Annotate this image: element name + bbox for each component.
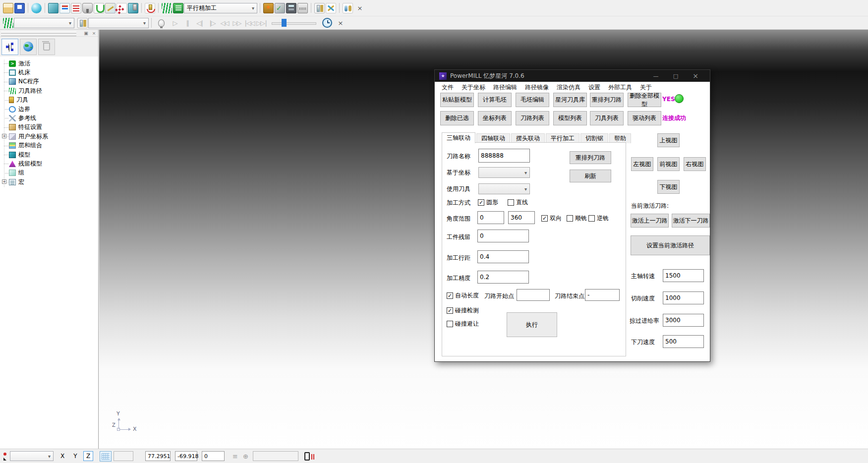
calc-stock-button[interactable]: 计算毛坯 [478,93,512,107]
angle-from-input[interactable] [477,211,504,224]
expand-icon[interactable]: + [2,179,6,184]
points-icon[interactable] [116,3,127,13]
plunge-speed-input[interactable] [663,335,704,348]
coordinate-z-field[interactable]: 0 [202,451,225,461]
end-point-input[interactable] [585,289,620,301]
cutting-speed-input[interactable] [663,291,704,304]
both-direction-checkbox[interactable]: ✓双向 [541,214,562,223]
xyz-list-icon[interactable]: ≡ [232,453,238,460]
stock-remain-input[interactable] [477,230,529,242]
menu-file[interactable]: 文件 [438,83,458,92]
ball-tool-icon[interactable] [31,3,42,13]
pattern-icon[interactable] [105,3,116,13]
toolpath-list-button[interactable]: 刀路列表 [516,111,549,125]
use-tool-dropdown[interactable]: ▾ [478,183,530,194]
line-checkbox[interactable]: 直线 [508,198,528,207]
tool-library-button[interactable]: 星河刀具库 [553,93,587,107]
axis-y-button[interactable]: Y [70,451,80,461]
collision-avoid-checkbox[interactable]: 碰撞避让 [447,320,479,328]
stepover-input[interactable] [477,250,529,263]
tree-item-machine-tools[interactable]: 机床 [2,68,98,77]
tool-icon[interactable] [82,3,93,13]
tree-view-tab[interactable] [1,39,18,55]
tree-item-boundaries[interactable]: 边界 [2,105,98,114]
stock-edit-button[interactable]: 毛坯编辑 [516,93,549,107]
toolbar-close-button[interactable]: × [355,3,364,12]
menu-path-mirror[interactable]: 路径镜像 [521,83,553,92]
expand-icon[interactable]: + [2,134,6,138]
toolbox-icon[interactable] [263,3,274,13]
globe-view-tab[interactable] [20,39,37,55]
strategy-icon[interactable] [173,3,183,13]
tree-item-patterns[interactable]: 参考线 [2,114,98,122]
fast-forward-button[interactable]: ▷▷ [231,17,243,28]
sim-toolbar-close-button[interactable]: × [336,18,345,27]
block-model-icon[interactable] [48,3,58,13]
tree-item-macros[interactable]: +宏 [2,177,98,186]
tree-item-workplanes[interactable]: +用户坐标系 [2,132,98,141]
sim-toolpath-dropdown[interactable]: ▾ [14,18,74,28]
rapid-feed-input[interactable] [663,314,704,327]
tool-block-icon[interactable] [128,3,138,13]
model-list-button[interactable]: 模型列表 [553,111,587,125]
tree-item-stock-models[interactable]: 残留模型 [2,159,98,168]
pause-button[interactable]: ∥ [181,17,193,28]
drive-list-button[interactable]: 驱动列表 [628,111,661,125]
tab-parallel[interactable]: 平行加工 [546,133,579,143]
trash-view-tab[interactable] [38,39,55,55]
calculator-icon[interactable] [286,3,296,13]
speed-slider-handle[interactable] [282,19,287,27]
rewind-button[interactable]: ◁◁ [218,17,231,28]
view-bottom-button[interactable]: 下视图 [657,180,680,194]
bulb-icon[interactable] [158,19,165,27]
tree-item-feature-sets[interactable]: 特征设置 [2,123,98,132]
view-front-button[interactable]: 前视图 [657,157,680,171]
collision-check-checkbox[interactable]: ✓碰撞检测 [447,306,479,315]
menu-external-tools[interactable]: 外部工具 [604,83,636,92]
strategy-dropdown[interactable]: 平行精加工 ▾ [184,3,257,13]
next-toolpath-button[interactable]: 激活下一刀路 [672,214,710,228]
view-top-button[interactable]: 上视图 [657,133,680,147]
menu-settings[interactable]: 设置 [584,83,604,92]
refresh-button[interactable]: 刷新 [570,170,611,182]
reorder-toolpaths-button[interactable]: 重排列刀路 [590,93,624,107]
sim-tool-dropdown[interactable]: ▾ [88,18,149,28]
step-back-button[interactable]: ◁∣ [193,17,206,28]
play-button[interactable]: ▷ [169,17,181,28]
panel-grip[interactable]: ▣ × [0,30,98,37]
panel-close-button[interactable]: × [91,30,97,36]
minimize-button[interactable]: — [646,70,666,82]
tab-help[interactable]: 帮助 [609,133,631,143]
view-right-button[interactable]: 右视图 [684,157,706,171]
leads-links-icon[interactable] [71,3,81,13]
tree-item-tools[interactable]: 刀具 [2,96,98,105]
menu-render-sim[interactable]: 渲染仿真 [553,83,584,92]
tab-3axis[interactable]: 三轴联动 [442,132,475,143]
reorder-button[interactable]: 重排列刀路 [570,151,611,164]
delete-all-models-button[interactable]: 删除全部模型 [628,93,661,107]
toolpath-icon[interactable] [59,3,70,13]
speed-slider[interactable] [272,18,316,27]
angle-to-input[interactable] [508,211,535,224]
coordinate-x-field[interactable]: 77.2951 [145,451,171,461]
tool-pair-icon[interactable] [314,3,325,13]
execute-button[interactable]: 执行 [507,312,557,337]
spindle-speed-input[interactable] [663,269,704,282]
grid-snap-icon[interactable] [100,451,112,462]
open-file-icon[interactable] [3,3,13,13]
panel-float-button[interactable]: ▣ [83,30,89,36]
conventional-mill-checkbox[interactable]: 逆铣 [588,214,609,223]
tab-4axis[interactable]: 四轴联动 [476,133,510,143]
clock-icon[interactable] [322,18,332,28]
tree-item-activate[interactable]: >激活 [2,59,98,68]
coord-list-button[interactable]: 坐标列表 [478,111,512,125]
axis-z-button[interactable]: Z [83,451,93,461]
delete-selected-button[interactable]: 删除已选 [440,111,474,125]
go-end-button[interactable]: ▷▷∣ [255,17,268,28]
tools-icon[interactable] [77,18,88,28]
step-forward-button[interactable]: ∣▷ [206,17,218,28]
tree-item-levels-sets[interactable]: 层和组合 [2,141,98,150]
prev-toolpath-button[interactable]: 激活上一刀路 [631,214,669,228]
statusbar-field-empty[interactable] [114,451,133,461]
scissors-icon[interactable] [326,3,336,13]
